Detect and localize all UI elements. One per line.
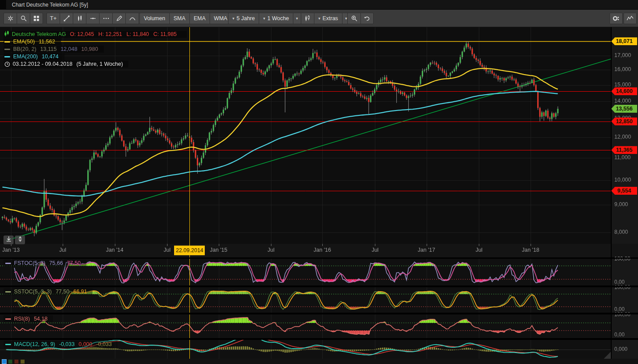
interval-label: 1 Woche (267, 15, 289, 21)
price-tag[interactable]: 12,850 (611, 118, 637, 125)
extras-label: Extras (322, 15, 338, 21)
overlay-value: 13,115 (40, 46, 57, 52)
indicator-button-volumen[interactable]: Volumen (139, 13, 169, 24)
download-icon (6, 236, 12, 244)
candlestick-style-icon (304, 15, 311, 22)
indicator-value: -0,033 (96, 341, 112, 347)
indicator-axis-label: 100,00 (614, 256, 636, 262)
legend-overlay-row: EMA(200)10,474 (4, 53, 64, 60)
line-chart-icon (626, 15, 634, 22)
overlay-value: 10,980 (81, 46, 98, 52)
y-axis-label: 10,000 (614, 177, 636, 183)
chevron-down-icon: ▾ (318, 16, 321, 21)
indicator-button-sma[interactable]: SMA (169, 13, 189, 24)
legend-date-row: 03.12.2012 - 09.04.2018 (5 Jahre, 1 Woch… (4, 61, 128, 68)
x-axis-label: Jul (49, 247, 77, 253)
horizontal-line-tool-button[interactable] (86, 13, 99, 24)
chart-type-dropdown-button[interactable]: ▾ (293, 13, 301, 24)
legend-overlay-row: BB(20, 2)13,11512,04810,980 (4, 46, 104, 53)
layout-swatch[interactable] (2, 360, 6, 364)
overlay-name: EMA(50) (13, 39, 35, 45)
price-tag[interactable]: 14,600 (611, 87, 637, 95)
period-dropdown[interactable]: ▾5 Jahre (228, 13, 259, 24)
undo-button[interactable] (360, 13, 374, 24)
chart-style-button[interactable] (301, 13, 314, 24)
settings-button[interactable] (4, 13, 17, 24)
watchlist-button[interactable] (609, 13, 623, 24)
indicator-name: FSTOC(5, 3) (14, 260, 45, 266)
layout-swatch[interactable] (21, 360, 25, 364)
ohlc-value: C: 11,985 (153, 31, 177, 37)
text-tool-label: T+ (50, 15, 57, 21)
indicator-dash-icon (5, 318, 11, 320)
layout-swatches (2, 360, 27, 364)
period-label: 5 Jahre (237, 15, 255, 21)
indicator-dash-icon (5, 344, 11, 345)
indicator-button-ema[interactable]: EMA (189, 13, 210, 24)
chart-legend: Deutsche Telekom AG O: 12,045H: 12,251L:… (4, 31, 187, 68)
search-icon (20, 15, 27, 22)
price-tag[interactable]: 9,554 (611, 187, 637, 195)
chart-mode-button[interactable] (624, 13, 637, 24)
overlay-dash-icon (4, 49, 10, 50)
dotted-line-icon (103, 15, 110, 22)
y-axis-label: 8,000 (614, 229, 636, 235)
overlay-value: 10,474 (42, 54, 58, 60)
window-titlebar: Chart Deutsche Telekom AG [5y] (0, 0, 638, 10)
layout-swatch[interactable] (14, 360, 18, 364)
chevron-down-icon: ▾ (263, 16, 265, 21)
dotted-line-tool-button[interactable] (99, 13, 112, 24)
indicator-button-label: Volumen (144, 15, 165, 21)
search-button[interactable] (17, 13, 30, 24)
pencil-tool-button[interactable] (112, 13, 125, 24)
overlay-dash-icon (4, 41, 10, 43)
autoscale-icon (17, 236, 23, 244)
indicator-dash-icon (5, 263, 11, 264)
ohlc-value: O: 12,045 (70, 31, 94, 37)
x-axis-label: Jul (361, 247, 389, 253)
overlay-value: 12,048 (61, 46, 77, 52)
indicator-value: 75,66 (49, 260, 63, 266)
candlestick-icon (4, 31, 9, 38)
resize-handle[interactable] (604, 352, 611, 359)
indicator-name: MACD(12, 26, 9) (14, 341, 55, 347)
download-chart-button[interactable] (4, 236, 14, 244)
indicator-button-label: SMA (174, 15, 185, 21)
interval-dropdown[interactable]: ▾1 Woche (259, 13, 293, 24)
indicator-button-label: WMA (214, 15, 228, 21)
indicator-value: 0,000 (78, 341, 92, 347)
zoom-in-button[interactable] (347, 13, 360, 24)
ohlc-value: H: 12,251 (98, 31, 122, 37)
price-tag[interactable]: 18,071 (611, 37, 637, 45)
titlebar-corner (0, 0, 6, 10)
autoscale-button[interactable] (15, 236, 25, 244)
x-axis-label: Jan '17 (413, 247, 441, 253)
indicator-legend: FSTOC(5, 3)75,6677,50 (4, 260, 86, 267)
candle-adjust-tool-button[interactable] (73, 13, 86, 24)
x-axis-label: Jan '13 (0, 247, 25, 253)
extras-dropdown[interactable]: ▾Extras (314, 13, 342, 24)
y-axis-label: 14,000 (614, 98, 636, 104)
chevron-down-icon: ▾ (345, 16, 347, 21)
indicator-value: 66,91 (73, 289, 87, 295)
x-axis-label: Jan '18 (517, 247, 545, 253)
ohlc-values: O: 12,045H: 12,251L: 11,840C: 11,985 (70, 31, 181, 37)
date-range: 03.12.2012 - 09.04.2018 (13, 61, 72, 67)
panel-separator (0, 285, 638, 287)
indicator-legend: SSTOC(5, 3, 3)77,5066,91 (4, 288, 93, 295)
indicator-button-label: EMA (194, 15, 206, 21)
text-tool-button[interactable]: T+ (46, 13, 60, 24)
price-tag[interactable]: 11,365 (611, 146, 637, 154)
indicator-value: 54,18 (34, 316, 47, 322)
grid-icon (33, 15, 40, 22)
chevron-down-icon: ▾ (232, 16, 235, 21)
layout-swatch[interactable] (8, 360, 12, 364)
trendline-tool-button[interactable] (60, 13, 73, 24)
panel-separator (0, 338, 638, 340)
trendline-icon (63, 15, 70, 22)
indicator-dash-icon (5, 291, 11, 293)
overlay-dash-icon (4, 56, 10, 57)
overlay-value: 11,562 (39, 39, 55, 45)
layout-grid-button[interactable] (30, 13, 43, 24)
arc-tool-button[interactable] (125, 13, 139, 24)
